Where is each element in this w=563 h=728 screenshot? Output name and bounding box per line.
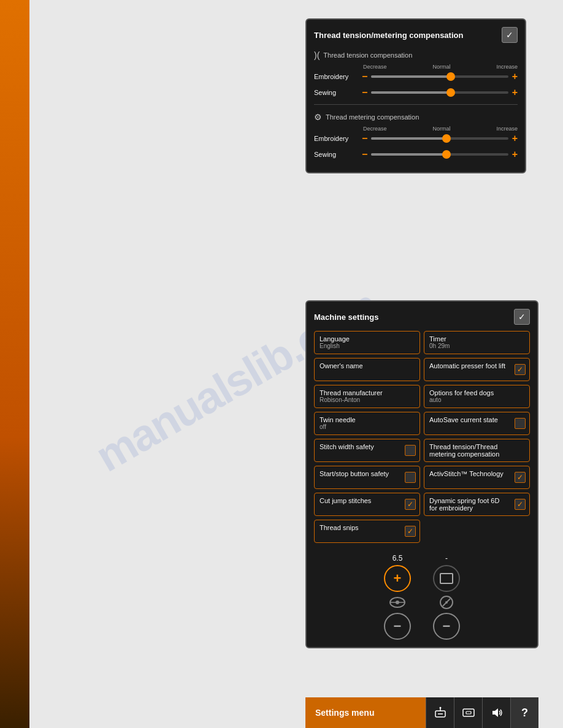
tension-embroidery-track[interactable]	[371, 75, 508, 78]
tension-embroidery-row: Embroidery − +	[314, 71, 518, 82]
autosave-checkbox[interactable]: □	[515, 418, 526, 429]
thread-snips-checkbox[interactable]: ✓	[405, 526, 416, 537]
setting-empty	[424, 520, 530, 543]
thread-tension-panel: Thread tension/metering compensation ✓ )…	[305, 18, 526, 173]
tension-embroidery-minus[interactable]: −	[362, 71, 367, 82]
zoom-minus-button-right[interactable]: −	[433, 613, 460, 640]
machine-settings-header: Machine settings ✓	[314, 309, 530, 325]
tension-sewing-label: Sewing	[314, 89, 358, 96]
zoom-box-display	[433, 565, 460, 592]
svg-point-8	[439, 707, 441, 709]
start-stop-checkbox[interactable]: □	[405, 472, 416, 483]
setting-auto-presser-foot[interactable]: Automatic presser foot lift ✓	[424, 358, 530, 381]
setting-timer[interactable]: Timer 0h 29m	[424, 331, 530, 354]
metering-labels: Decrease Normal Increase	[314, 126, 518, 132]
tension-sewing-plus[interactable]: +	[512, 87, 518, 98]
setting-options-feed-dogs[interactable]: Options for feed dogs auto	[424, 385, 530, 408]
metering-sewing-label: Sewing	[314, 151, 358, 158]
svg-rect-10	[463, 709, 474, 716]
metering-embroidery-label: Embroidery	[314, 135, 358, 142]
metering-section-label: ⚙ Thread metering compensation	[314, 112, 518, 122]
tension-embroidery-label: Embroidery	[314, 73, 358, 80]
zoom-minus-button[interactable]: −	[384, 613, 411, 640]
setting-activstitch[interactable]: ActivStitch™ Technology ✓	[424, 466, 530, 489]
setting-language[interactable]: Language English	[314, 331, 420, 354]
metering-embroidery-track[interactable]	[371, 137, 508, 140]
machine-settings-panel: Machine settings ✓ Language English Time…	[305, 300, 538, 648]
metering-icon: ⚙	[314, 112, 322, 122]
menu-bar-icons: ?	[426, 697, 538, 728]
setting-owners-name[interactable]: Owner's name	[314, 358, 420, 381]
cut-jump-stitches-checkbox[interactable]: ✓	[405, 499, 416, 510]
svg-marker-12	[492, 708, 498, 717]
zoom-plus-icon: +	[394, 571, 402, 586]
stitch-width-checkbox[interactable]: □	[405, 445, 416, 456]
zoom-minus-icon: −	[394, 618, 402, 634]
metering-embroidery-row: Embroidery − +	[314, 133, 518, 144]
settings-menu-title: Settings menu	[305, 708, 426, 718]
zoom-plus-button[interactable]: +	[384, 565, 411, 592]
tension-sewing-track[interactable]	[371, 91, 508, 94]
menu-help-icon-button[interactable]: ?	[510, 697, 538, 728]
zoom-sewing-icon	[388, 593, 407, 612]
zoom-value-right: -	[445, 554, 448, 563]
metering-sewing-plus[interactable]: +	[512, 149, 518, 160]
tension-embroidery-plus[interactable]: +	[512, 71, 518, 82]
setting-thread-snips[interactable]: Thread snips ✓	[314, 520, 420, 543]
machine-settings-title: Machine settings	[314, 313, 378, 322]
thread-tension-confirm-button[interactable]: ✓	[502, 27, 518, 43]
tension-section-label: )( Thread tension compensation	[314, 50, 518, 60]
zoom-control-left: 6.5 + −	[384, 554, 411, 640]
auto-presser-foot-checkbox[interactable]: ✓	[515, 364, 526, 375]
zoom-value-left: 6.5	[393, 554, 403, 563]
thread-tension-panel-header: Thread tension/metering compensation ✓	[314, 27, 518, 43]
tension-sewing-minus[interactable]: −	[362, 87, 367, 98]
svg-rect-11	[466, 711, 471, 714]
metering-sewing-track[interactable]	[371, 153, 508, 156]
setting-start-stop-safety[interactable]: Start/stop button safety □	[314, 466, 420, 489]
dynamic-spring-foot-checkbox[interactable]: ✓	[515, 499, 526, 510]
menu-sewing-icon-button[interactable]	[426, 697, 454, 728]
activstitch-checkbox[interactable]: ✓	[515, 472, 526, 483]
machine-settings-confirm-button[interactable]: ✓	[514, 309, 530, 325]
setting-dynamic-spring-foot[interactable]: Dynamic spring foot 6D for embroidery ✓	[424, 493, 530, 516]
zoom-thread-icon	[437, 593, 456, 612]
metering-embroidery-plus[interactable]: +	[512, 133, 518, 144]
metering-sewing-minus[interactable]: −	[362, 149, 367, 160]
metering-embroidery-minus[interactable]: −	[362, 133, 367, 144]
setting-stitch-width-safety[interactable]: Stitch width safety □	[314, 439, 420, 462]
zoom-control-right: - −	[433, 554, 460, 640]
main-content: manualslib.com Thread tension/metering c…	[29, 0, 563, 728]
zoom-minus-icon-right: −	[443, 618, 451, 634]
thread-tension-title: Thread tension/metering compensation	[314, 31, 463, 40]
metering-sewing-row: Sewing − +	[314, 149, 518, 160]
setting-autosave[interactable]: AutoSave current state □	[424, 412, 530, 435]
tension-icon: )(	[314, 50, 320, 60]
menu-sound-icon-button[interactable]	[482, 697, 510, 728]
sidebar	[0, 0, 29, 728]
setting-thread-tension-metering[interactable]: Thread tension/Thread metering compensat…	[424, 439, 530, 462]
svg-point-5	[445, 601, 448, 604]
settings-grid: Language English Timer 0h 29m Owner's na…	[314, 331, 530, 543]
menu-embroidery-icon-button[interactable]	[454, 697, 482, 728]
tension-sewing-row: Sewing − +	[314, 87, 518, 98]
settings-menu-bar: Settings menu	[305, 697, 538, 728]
setting-cut-jump-stitches[interactable]: Cut jump stitches ✓	[314, 493, 420, 516]
setting-thread-manufacturer[interactable]: Thread manufacturer Robison-Anton	[314, 385, 420, 408]
tension-labels: Decrease Normal Increase	[314, 64, 518, 70]
setting-twin-needle[interactable]: Twin needle off	[314, 412, 420, 435]
help-icon: ?	[521, 707, 528, 719]
zoom-controls-area: 6.5 + − -	[314, 554, 530, 640]
zoom-box-icon	[440, 573, 453, 584]
